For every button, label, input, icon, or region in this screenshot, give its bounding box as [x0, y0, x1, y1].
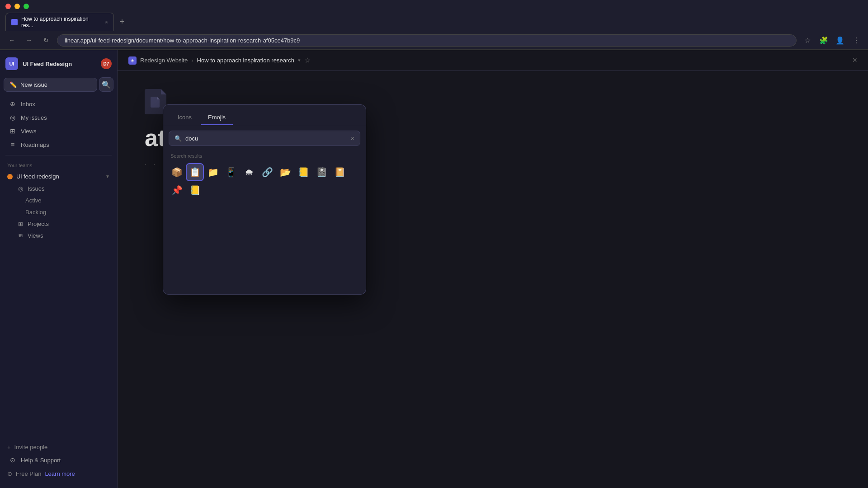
learn-more-link[interactable]: Learn more [45, 470, 75, 477]
emoji-search-input[interactable] [185, 135, 347, 142]
views-icon: ⊞ [9, 127, 16, 135]
views2-label: Views [28, 232, 43, 239]
team-sub-projects[interactable]: ⊞ Projects [4, 218, 113, 230]
tabs-row: How to approach inspiration res... × + [0, 13, 868, 31]
emoji-item-9[interactable]: 📔 [331, 164, 348, 180]
browser-titlebar [0, 0, 868, 13]
tab-icons[interactable]: Icons [170, 110, 199, 125]
team-section: Ui feed redesign ▼ ◎ Issues Active Backl… [0, 170, 117, 242]
clear-search-btn[interactable]: × [351, 135, 354, 142]
sidebar-item-label: Roadmaps [21, 141, 49, 148]
sidebar-item-roadmaps[interactable]: ≡ Roadmaps [2, 138, 115, 151]
emoji-item-4[interactable]: 🌧 [241, 164, 257, 180]
close-panel-btn[interactable]: × [852, 56, 857, 65]
sidebar-item-inbox[interactable]: ⊕ Inbox [2, 98, 115, 110]
browser-chrome: How to approach inspiration res... × + ←… [0, 0, 868, 50]
invite-label: Invite people [14, 444, 48, 450]
search-icon: 🔍 [102, 80, 111, 89]
emoji-item-8[interactable]: 📓 [313, 164, 330, 180]
backlog-label: Backlog [25, 209, 46, 216]
my-issues-icon: ◎ [9, 114, 16, 121]
new-tab-btn[interactable]: + [116, 16, 128, 28]
help-icon: ⊙ [9, 456, 16, 464]
window-minimize-btn[interactable] [14, 4, 20, 9]
user-avatar: D7 [101, 58, 112, 69]
breadcrumb-project: Redesign Website [140, 57, 188, 64]
team-sub-issues[interactable]: ◎ Issues [4, 183, 113, 194]
sidebar-item-label: My issues [21, 114, 47, 121]
search-button[interactable]: 🔍 [99, 77, 113, 92]
sidebar-item-views[interactable]: ⊞ Views [2, 125, 115, 137]
invite-icon: + [7, 444, 11, 450]
picker-tabs: Icons Emojis [163, 105, 366, 125]
forward-btn[interactable]: → [23, 34, 35, 47]
bookmark-icon[interactable]: ☆ [801, 34, 814, 47]
your-teams-label: Your teams [0, 159, 117, 170]
projects-icon: ⊞ [18, 221, 23, 227]
browser-toolbar: ← → ↻ linear.app/ui-feed-redesign/docume… [0, 31, 868, 50]
free-plan-label: Free Plan [16, 470, 41, 477]
sidebar-divider [5, 155, 112, 155]
team-sub-active[interactable]: Active [4, 195, 113, 206]
new-issue-label: New issue [20, 81, 47, 88]
emoji-item-2[interactable]: 📁 [205, 164, 221, 180]
emoji-item-7[interactable]: 📒 [295, 164, 311, 180]
picker-results-label: Search results [163, 151, 366, 162]
emoji-item-6[interactable]: 📂 [277, 164, 293, 180]
emoji-item-5[interactable]: 🔗 [259, 164, 275, 180]
address-bar[interactable]: linear.app/ui-feed-redesign/document/how… [57, 34, 797, 47]
team-dot [7, 174, 13, 179]
window-close-btn[interactable] [5, 4, 11, 9]
breadcrumb-separator: › [191, 57, 193, 64]
emoji-item-3[interactable]: 📱 [223, 164, 239, 180]
breadcrumb-chevron-icon[interactable]: ▾ [298, 57, 301, 63]
emoji-item-1[interactable]: 📋 [187, 164, 203, 180]
team-header[interactable]: Ui feed redesign ▼ [2, 170, 115, 183]
reload-btn[interactable]: ↻ [40, 34, 52, 47]
sidebar-item-help[interactable]: ⊙ Help & Support [2, 454, 115, 466]
team-name: Ui feed redesign [16, 173, 102, 180]
profile-icon[interactable]: 👤 [834, 34, 846, 47]
breadcrumb-project-icon: ◈ [128, 56, 137, 65]
browser-tab-active[interactable]: How to approach inspiration res... × [5, 13, 114, 31]
tab-close-btn[interactable]: × [105, 19, 108, 25]
search-icon: 🔍 [175, 135, 182, 142]
main-content: ◈ Redesign Website › How to approach ins… [118, 50, 868, 488]
sidebar-item-label: Views [21, 128, 36, 135]
tab-emojis[interactable]: Emojis [201, 110, 233, 125]
workspace-name: UI Feed Redesign [23, 61, 96, 67]
breadcrumb-star-icon[interactable]: ☆ [304, 56, 311, 65]
invite-people-btn[interactable]: + Invite people [0, 441, 117, 453]
emoji-item-11[interactable]: 📒 [187, 182, 203, 198]
sidebar-bottom: + Invite people ⊙ Help & Support ⊙ Free … [0, 437, 117, 484]
meta-separator: · [145, 160, 146, 167]
projects-label: Projects [28, 221, 49, 227]
team-sub-views[interactable]: ≋ Views [4, 230, 113, 241]
tab-title: How to approach inspiration res... [21, 16, 99, 28]
free-plan-section: ⊙ Free Plan Learn more [0, 467, 117, 481]
roadmaps-icon: ≡ [9, 141, 16, 148]
back-btn[interactable]: ← [5, 34, 18, 47]
new-issue-button[interactable]: ✏️ New issue [4, 78, 97, 92]
team-sub-backlog[interactable]: Backlog [4, 206, 113, 218]
workspace-initials: UI [9, 61, 14, 66]
app-container: UI UI Feed Redesign D7 ✏️ New issue 🔍 ⊕ … [0, 50, 868, 488]
user-initials: D7 [104, 61, 109, 66]
sidebar-item-my-issues[interactable]: ◎ My issues [2, 111, 115, 124]
sidebar: UI UI Feed Redesign D7 ✏️ New issue 🔍 ⊕ … [0, 50, 118, 488]
menu-icon[interactable]: ⋮ [850, 34, 863, 47]
active-label: Active [25, 197, 41, 204]
picker-empty-space [163, 204, 366, 294]
picker-search-inner: 🔍 × [169, 131, 360, 146]
workspace-avatar: UI [5, 57, 18, 70]
extension-icon[interactable]: 🧩 [817, 34, 830, 47]
emoji-item-10[interactable]: 📌 [169, 182, 185, 198]
content-header: ◈ Redesign Website › How to approach ins… [118, 50, 868, 71]
window-maximize-btn[interactable] [24, 4, 29, 9]
breadcrumb-doc: How to approach inspiration research [197, 57, 294, 64]
picker-search: 🔍 × [163, 125, 366, 151]
workspace-header: UI UI Feed Redesign D7 [0, 54, 117, 74]
views2-icon: ≋ [18, 232, 23, 239]
emoji-item-0[interactable]: 📦 [169, 164, 185, 180]
sidebar-item-label: Inbox [21, 101, 35, 108]
